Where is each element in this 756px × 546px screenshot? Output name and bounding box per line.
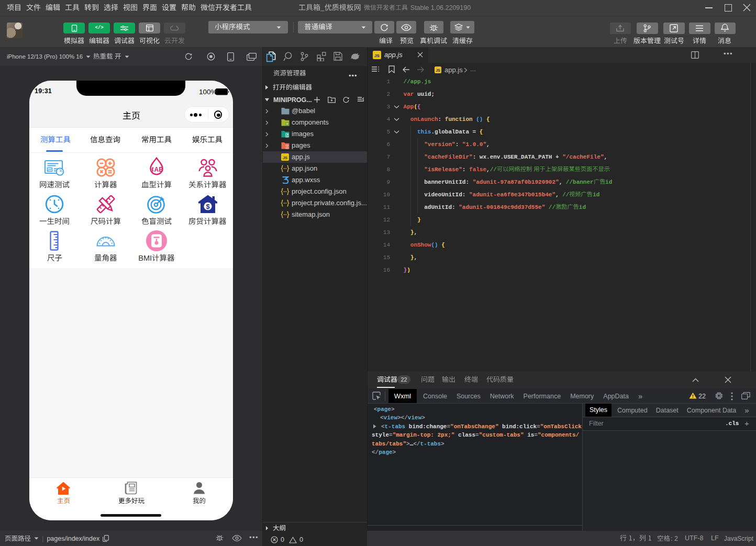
svg-text:AB: AB [154, 166, 164, 173]
svg-text:$: $ [206, 203, 210, 210]
